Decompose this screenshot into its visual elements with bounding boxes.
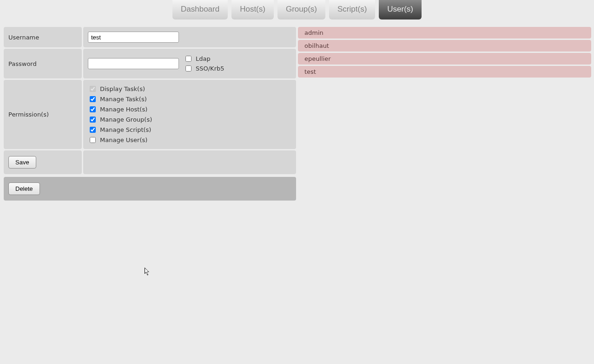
password-input[interactable] [88,58,179,69]
permission-label: Manage Task(s) [100,96,147,103]
permission-label: Manage Script(s) [100,126,151,133]
auth-ldap-row[interactable]: Ldap [184,54,224,63]
permission-checkbox[interactable] [90,137,96,143]
label-username: Username [4,27,82,47]
tab-users[interactable]: User(s) [379,0,422,20]
permission-row[interactable]: Display Task(s) [88,84,291,93]
auth-sso-row[interactable]: SSO/Krb5 [184,64,224,73]
auth-ldap-checkbox[interactable] [185,56,191,62]
tab-bar: Dashboard Host(s) Group(s) Script(s) Use… [0,0,594,20]
delete-button[interactable]: Delete [8,182,40,195]
permission-label: Display Task(s) [100,85,145,92]
permission-row[interactable]: Manage Group(s) [88,115,291,124]
user-form: Username Password Ldap SSO/Krb5 [4,27,296,201]
tab-dashboard[interactable]: Dashboard [172,0,228,20]
user-list: adminobilhautepeulliertest [298,27,591,78]
permission-row[interactable]: Manage Host(s) [88,105,291,114]
permission-list: Display Task(s)Manage Task(s)Manage Host… [88,84,291,144]
user-list-item[interactable]: admin [298,27,591,39]
user-list-item[interactable]: test [298,66,591,78]
user-list-item[interactable]: epeullier [298,53,591,65]
tab-groups[interactable]: Group(s) [277,0,325,20]
username-input[interactable] [88,32,179,43]
label-password: Password [4,49,82,78]
permission-checkbox [90,86,96,92]
permission-row[interactable]: Manage Task(s) [88,95,291,104]
save-button[interactable]: Save [8,156,36,169]
cursor-icon [145,267,150,276]
permission-label: Manage Group(s) [100,116,152,123]
permission-row[interactable]: Manage User(s) [88,136,291,144]
permission-checkbox[interactable] [90,117,96,123]
permission-checkbox[interactable] [90,96,96,102]
auth-sso-checkbox[interactable] [185,65,191,72]
permission-checkbox[interactable] [90,127,96,133]
permission-label: Manage User(s) [100,136,147,143]
permission-label: Manage Host(s) [100,106,147,113]
auth-sso-label: SSO/Krb5 [196,65,224,72]
tab-hosts[interactable]: Host(s) [231,0,274,20]
tab-scripts[interactable]: Script(s) [329,0,375,20]
permission-checkbox[interactable] [90,106,96,112]
auth-ldap-label: Ldap [196,55,211,62]
label-permissions: Permission(s) [4,80,82,149]
user-list-item[interactable]: obilhaut [298,40,591,52]
permission-row[interactable]: Manage Script(s) [88,125,291,134]
